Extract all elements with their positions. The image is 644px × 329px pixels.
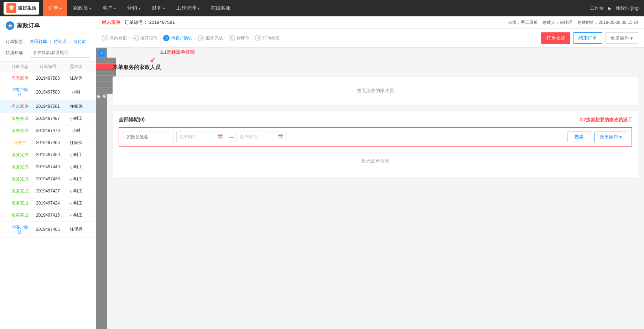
order-number: 2019497427 xyxy=(34,189,62,193)
breadcrumb-steps: ① 意向登记 › ② 推荐报价 › ③ 待客户确认 › ⑤ 服务完成 xyxy=(102,35,280,41)
home-icon: 🏠 xyxy=(6,21,14,30)
panel-area: × 订单详情 派单排期 面试记录 订单合同 订单日志 订单备注 2.1选择派单排… xyxy=(96,48,644,329)
main-layout: 🏠 家政订单 订单状态： 全部订单 | 待处理 | 待付款 快捷筛选： 订单状态… xyxy=(0,16,644,329)
order-type: 小时工 xyxy=(62,116,90,122)
schedule-header: 全部排期(0) 2.2搜索想要的家政员派工 xyxy=(119,117,632,123)
order-row[interactable]: 服务完成 2019497415 小时工 xyxy=(0,209,96,222)
main-panel: 2.1选择派单排期 ↙ 本单服务的家政人员 暂无服务的家政员 全部排期(0) 2… xyxy=(107,48,644,329)
step-intention: ① 意向登记 xyxy=(102,35,127,41)
filter-pending-payment[interactable]: 待付款 xyxy=(73,39,86,45)
nav-tab-staff[interactable]: 家政员 ▾ xyxy=(67,0,97,16)
order-type: 小时工 xyxy=(62,164,90,170)
chevron-down-icon: ▾ xyxy=(163,6,165,10)
order-row[interactable]: 待客户确认 2019497405 住保姆 xyxy=(0,222,96,238)
order-status: 服务完成 xyxy=(6,152,34,158)
step-arrow-icon: › xyxy=(194,36,196,41)
nav-tab-work-management[interactable]: 工作管理 ▾ xyxy=(171,0,205,16)
col-number: 订单编号 xyxy=(34,64,62,70)
order-row[interactable]: 服务完成 2019497459 小时工 xyxy=(0,149,96,161)
step-quote: ② 推荐报价 xyxy=(133,35,157,41)
sidebar: 🏠 家政订单 订单状态： 全部订单 | 待处理 | 待付款 快捷筛选： 订单状态… xyxy=(0,16,96,329)
order-type: 小时 xyxy=(62,89,90,95)
order-number: 2019497470 xyxy=(34,128,62,133)
logo-area: 吉 吉好生活 xyxy=(4,2,39,15)
order-row-selected[interactable]: 尚未派单 2019497581 住家保 xyxy=(0,101,96,113)
order-row[interactable]: 服务完成 2019497424 小时工 xyxy=(0,197,96,209)
order-status: 服务完成 xyxy=(6,212,34,218)
order-row[interactable]: 服务完成 2019497438 小时工 xyxy=(0,173,96,185)
order-type: 小时工 xyxy=(62,176,90,182)
order-status: 服务完成 xyxy=(6,188,34,194)
schedule-section: 全部排期(0) 2.2搜索想要的家政员派工 派单时间 📅 — 派单时间 xyxy=(113,111,638,177)
order-number: 2019497581 xyxy=(34,104,62,109)
order-row[interactable]: 服务完成 2019497470 小时 xyxy=(0,125,96,137)
quick-filter-input[interactable] xyxy=(30,48,90,58)
order-status-tag: 尚未派单 xyxy=(102,19,120,26)
nav-tab-finance[interactable]: 财务 ▾ xyxy=(146,0,171,16)
order-type: 住家保 xyxy=(62,75,90,81)
order-status: 服务完成 xyxy=(6,176,34,182)
filter-pending[interactable]: 待处理 xyxy=(54,39,67,45)
order-number: 2019497585 xyxy=(34,76,62,81)
notification-icon[interactable]: ▶ xyxy=(608,6,612,11)
order-type: 小时工 xyxy=(62,152,90,158)
order-number-label: 订单编号： 2019497581 xyxy=(125,19,175,26)
date-end-input[interactable]: 派单时间 📅 xyxy=(237,132,286,142)
order-list-header: 订单状态 订单编号 需求项 xyxy=(0,62,96,72)
order-number: 2019497405 xyxy=(34,227,62,232)
order-status: 服务完成 xyxy=(6,128,34,134)
step-arrow-icon: › xyxy=(251,36,253,41)
order-status: 尚未派单 xyxy=(6,75,34,81)
order-type: 住家保 xyxy=(62,104,90,110)
order-number: 2019497424 xyxy=(34,201,62,206)
nav-tab-marketing[interactable]: 营销 ▾ xyxy=(121,0,146,16)
order-row[interactable]: 尚未派单 2019497585 住家保 xyxy=(0,72,96,84)
order-status: 服务完成 xyxy=(6,164,34,170)
quick-filter-row: 快捷筛选： xyxy=(6,48,90,58)
nav-tab-customers[interactable]: 客户 ▾ xyxy=(97,0,121,16)
date-start-input[interactable]: 派单时间 📅 xyxy=(176,132,226,142)
dispatch-operation-button[interactable]: 派单操作 ▾ xyxy=(594,132,627,142)
chevron-down-icon: ▾ xyxy=(630,36,633,41)
step-review: ⑥ 待评价 xyxy=(229,35,249,41)
order-status: 服务完成 xyxy=(6,200,34,206)
search-button[interactable]: 搜索 xyxy=(567,132,591,142)
status-filter-row: 订单状态： 全部订单 | 待处理 | 待付款 xyxy=(6,39,90,45)
order-status: 待客户确认 xyxy=(6,87,34,97)
quick-filter-label: 快捷筛选： xyxy=(6,50,27,56)
breadcrumb-bar: ① 意向登记 › ② 推荐报价 › ③ 待客户确认 › ⑤ 服务完成 xyxy=(96,29,644,48)
order-status: 服务完成 xyxy=(6,116,34,122)
step-arrow-icon: › xyxy=(129,36,130,41)
order-number: 2019497466 xyxy=(34,140,62,145)
order-row[interactable]: 服务完成 2019497427 小时工 xyxy=(0,185,96,197)
staff-name-input[interactable] xyxy=(124,132,173,142)
chevron-down-icon: ▾ xyxy=(89,6,91,10)
col-type: 需求项 xyxy=(62,64,90,70)
order-row[interactable]: 待客户确认 2019497583 小时 xyxy=(0,84,96,101)
user-info: 鲍经理 jingli xyxy=(616,5,640,11)
section-title: 本单服务的家政人员 xyxy=(113,64,638,71)
close-order-button[interactable]: 结束订单 xyxy=(573,32,602,44)
step-arrow-icon: › xyxy=(160,36,161,41)
order-row[interactable]: 服务中 2019497466 住家保 xyxy=(0,137,96,149)
charge-button[interactable]: 订单收费 xyxy=(541,32,570,44)
nav-tab-orders[interactable]: 订单 ▾ xyxy=(43,0,67,16)
more-actions-button[interactable]: 更多操作 ▾ xyxy=(605,32,638,44)
search-area: 派单时间 📅 — 派单时间 📅 搜索 派单操作 ▾ xyxy=(119,127,632,147)
order-row[interactable]: 服务完成 2019497487 小时工 xyxy=(0,113,96,125)
close-panel-button[interactable]: × xyxy=(98,49,105,57)
logo-icon: 吉 xyxy=(6,3,16,13)
filter-all-orders[interactable]: 全部订单 xyxy=(30,39,47,45)
nav-tab-online-service[interactable]: 在线客服 xyxy=(205,0,237,16)
order-row[interactable]: 服务完成 2019497449 小时工 xyxy=(0,161,96,173)
order-number: 2019497449 xyxy=(34,164,62,169)
schedule-title: 全部排期(0) xyxy=(119,117,145,123)
order-type: 住家保 xyxy=(62,140,90,146)
filter-label: 订单状态： xyxy=(6,39,27,45)
chevron-down-icon: ▾ xyxy=(139,6,140,10)
step-order-end: ⑦ 订单结束 xyxy=(255,35,280,41)
order-type: 小时工 xyxy=(62,212,90,218)
annotation-2-1: 2.1选择派单排期 ↙ xyxy=(160,49,194,55)
workbench-label[interactable]: 工作台 xyxy=(590,5,604,11)
order-number: 2019497459 xyxy=(34,152,62,157)
